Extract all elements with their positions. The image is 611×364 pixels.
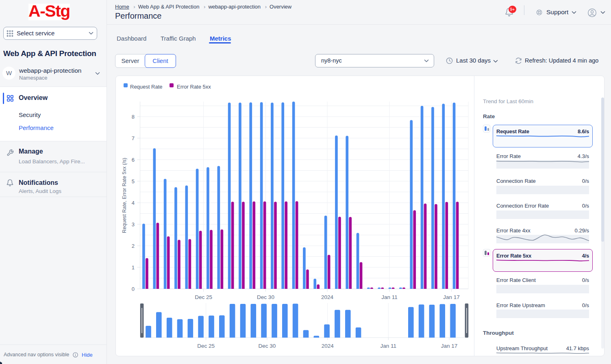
svg-text:Jan 11: Jan 11	[381, 343, 397, 349]
svg-text:6: 6	[132, 157, 135, 163]
svg-text:1: 1	[132, 264, 135, 271]
svg-text:Jan 11: Jan 11	[381, 294, 398, 300]
svg-text:0: 0	[132, 286, 135, 292]
svg-text:2024: 2024	[321, 294, 334, 300]
svg-text:3: 3	[132, 221, 135, 228]
svg-text:Request Rate, Error Rate 5xx (: Request Rate, Error Rate 5xx (/s)	[122, 158, 127, 233]
svg-text:5: 5	[132, 178, 135, 184]
svg-text:Dec 30: Dec 30	[259, 343, 276, 349]
svg-text:8: 8	[132, 114, 135, 120]
svg-text:7: 7	[132, 135, 135, 141]
svg-text:2024: 2024	[322, 343, 334, 349]
svg-text:2: 2	[132, 243, 135, 249]
svg-text:Dec 30: Dec 30	[257, 294, 274, 300]
svg-text:Jan 17: Jan 17	[443, 294, 460, 300]
svg-text:Dec 25: Dec 25	[195, 294, 212, 300]
svg-text:Jan 17: Jan 17	[441, 343, 458, 349]
svg-text:4: 4	[132, 200, 135, 206]
svg-text:Dec 25: Dec 25	[197, 343, 215, 349]
